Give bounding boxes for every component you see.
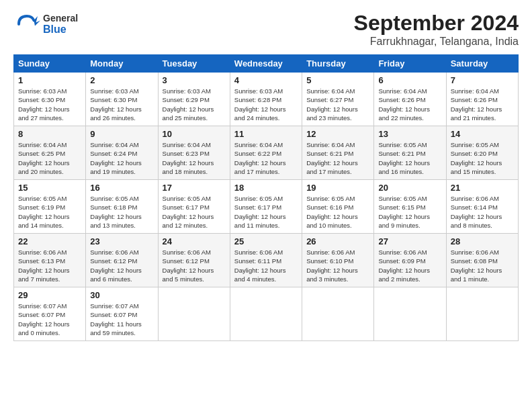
table-row: 28 Sunrise: 6:06 AM Sunset: 6:08 PM Dayl… xyxy=(446,234,518,287)
table-row: 6 Sunrise: 6:04 AM Sunset: 6:26 PM Dayli… xyxy=(374,73,446,126)
day-info: Sunrise: 6:03 AM Sunset: 6:29 PM Dayligh… xyxy=(163,87,226,122)
day-info: Sunrise: 6:06 AM Sunset: 6:08 PM Dayligh… xyxy=(451,248,514,283)
table-row: 15 Sunrise: 6:05 AM Sunset: 6:19 PM Dayl… xyxy=(14,180,86,234)
day-number: 17 xyxy=(163,183,226,193)
calendar-week-2: 15 Sunrise: 6:05 AM Sunset: 6:19 PM Dayl… xyxy=(14,180,519,234)
day-info: Sunrise: 6:07 AM Sunset: 6:07 PM Dayligh… xyxy=(90,302,153,337)
col-friday: Friday xyxy=(374,55,446,73)
table-row: 13 Sunrise: 6:05 AM Sunset: 6:21 PM Dayl… xyxy=(374,126,446,180)
day-number: 8 xyxy=(18,129,81,139)
day-number: 12 xyxy=(306,129,369,139)
day-number: 27 xyxy=(378,236,441,246)
day-info: Sunrise: 6:03 AM Sunset: 6:28 PM Dayligh… xyxy=(234,87,298,122)
day-info: Sunrise: 6:07 AM Sunset: 6:07 PM Dayligh… xyxy=(18,302,81,337)
day-number: 24 xyxy=(163,236,226,246)
day-info: Sunrise: 6:05 AM Sunset: 6:16 PM Dayligh… xyxy=(306,194,369,230)
table-row: 1 Sunrise: 6:03 AM Sunset: 6:30 PM Dayli… xyxy=(14,73,86,126)
table-row xyxy=(230,287,302,341)
header-row: Sunday Monday Tuesday Wednesday Thursday… xyxy=(14,55,519,73)
table-row: 8 Sunrise: 6:04 AM Sunset: 6:25 PM Dayli… xyxy=(14,126,86,180)
table-row: 5 Sunrise: 6:04 AM Sunset: 6:27 PM Dayli… xyxy=(302,73,374,126)
table-row: 26 Sunrise: 6:06 AM Sunset: 6:10 PM Dayl… xyxy=(302,234,374,287)
day-info: Sunrise: 6:05 AM Sunset: 6:19 PM Dayligh… xyxy=(18,194,81,230)
table-row: 19 Sunrise: 6:05 AM Sunset: 6:16 PM Dayl… xyxy=(302,180,374,234)
table-row: 18 Sunrise: 6:05 AM Sunset: 6:17 PM Dayl… xyxy=(230,180,302,234)
table-row: 29 Sunrise: 6:07 AM Sunset: 6:07 PM Dayl… xyxy=(14,287,86,341)
calendar-week-4: 29 Sunrise: 6:07 AM Sunset: 6:07 PM Dayl… xyxy=(14,287,519,341)
day-number: 23 xyxy=(90,236,153,246)
col-sunday: Sunday xyxy=(14,55,86,73)
col-wednesday: Wednesday xyxy=(230,55,302,73)
day-number: 16 xyxy=(90,183,153,193)
day-number: 14 xyxy=(451,129,514,139)
page: General Blue September 2024 Farrukhnagar… xyxy=(0,0,532,348)
table-row: 22 Sunrise: 6:06 AM Sunset: 6:13 PM Dayl… xyxy=(14,234,86,287)
table-row: 9 Sunrise: 6:04 AM Sunset: 6:24 PM Dayli… xyxy=(86,126,158,180)
col-tuesday: Tuesday xyxy=(158,55,230,73)
table-row xyxy=(374,287,446,341)
header: General Blue September 2024 Farrukhnagar… xyxy=(13,11,519,48)
day-number: 19 xyxy=(306,183,369,193)
day-info: Sunrise: 6:05 AM Sunset: 6:15 PM Dayligh… xyxy=(378,194,441,230)
col-monday: Monday xyxy=(86,55,158,73)
logo-icon xyxy=(13,11,40,38)
day-number: 29 xyxy=(18,290,81,300)
table-row: 3 Sunrise: 6:03 AM Sunset: 6:29 PM Dayli… xyxy=(158,73,230,126)
day-number: 3 xyxy=(163,75,226,85)
day-number: 26 xyxy=(306,236,369,246)
table-row: 10 Sunrise: 6:04 AM Sunset: 6:23 PM Dayl… xyxy=(158,126,230,180)
day-info: Sunrise: 6:04 AM Sunset: 6:22 PM Dayligh… xyxy=(234,140,298,176)
day-number: 22 xyxy=(18,236,81,246)
table-row: 4 Sunrise: 6:03 AM Sunset: 6:28 PM Dayli… xyxy=(230,73,302,126)
calendar-table: Sunday Monday Tuesday Wednesday Thursday… xyxy=(13,54,519,341)
table-row: 16 Sunrise: 6:05 AM Sunset: 6:18 PM Dayl… xyxy=(86,180,158,234)
table-row: 2 Sunrise: 6:03 AM Sunset: 6:30 PM Dayli… xyxy=(86,73,158,126)
day-number: 4 xyxy=(234,75,298,85)
day-info: Sunrise: 6:05 AM Sunset: 6:20 PM Dayligh… xyxy=(451,140,514,176)
table-row: 12 Sunrise: 6:04 AM Sunset: 6:21 PM Dayl… xyxy=(302,126,374,180)
day-info: Sunrise: 6:06 AM Sunset: 6:14 PM Dayligh… xyxy=(451,194,514,230)
table-row: 11 Sunrise: 6:04 AM Sunset: 6:22 PM Dayl… xyxy=(230,126,302,180)
day-info: Sunrise: 6:03 AM Sunset: 6:30 PM Dayligh… xyxy=(18,87,81,122)
day-info: Sunrise: 6:04 AM Sunset: 6:23 PM Dayligh… xyxy=(163,140,226,176)
location-title: Farrukhnagar, Telangana, India xyxy=(354,36,519,48)
table-row: 27 Sunrise: 6:06 AM Sunset: 6:09 PM Dayl… xyxy=(374,234,446,287)
table-row xyxy=(302,287,374,341)
day-number: 20 xyxy=(378,183,441,193)
day-info: Sunrise: 6:05 AM Sunset: 6:17 PM Dayligh… xyxy=(163,194,226,230)
day-number: 2 xyxy=(90,75,153,85)
day-number: 6 xyxy=(378,75,441,85)
day-info: Sunrise: 6:04 AM Sunset: 6:26 PM Dayligh… xyxy=(378,87,441,122)
table-row: 23 Sunrise: 6:06 AM Sunset: 6:12 PM Dayl… xyxy=(86,234,158,287)
day-number: 25 xyxy=(234,236,298,246)
day-number: 5 xyxy=(306,75,369,85)
calendar-week-1: 8 Sunrise: 6:04 AM Sunset: 6:25 PM Dayli… xyxy=(14,126,519,180)
day-info: Sunrise: 6:04 AM Sunset: 6:26 PM Dayligh… xyxy=(451,87,514,122)
table-row xyxy=(446,287,518,341)
table-row: 24 Sunrise: 6:06 AM Sunset: 6:12 PM Dayl… xyxy=(158,234,230,287)
day-number: 11 xyxy=(234,129,298,139)
table-row: 21 Sunrise: 6:06 AM Sunset: 6:14 PM Dayl… xyxy=(446,180,518,234)
calendar-week-0: 1 Sunrise: 6:03 AM Sunset: 6:30 PM Dayli… xyxy=(14,73,519,126)
day-info: Sunrise: 6:04 AM Sunset: 6:24 PM Dayligh… xyxy=(90,140,153,176)
day-number: 18 xyxy=(234,183,298,193)
logo-general: General xyxy=(43,13,78,24)
table-row: 25 Sunrise: 6:06 AM Sunset: 6:11 PM Dayl… xyxy=(230,234,302,287)
title-section: September 2024 Farrukhnagar, Telangana, … xyxy=(354,11,519,48)
day-info: Sunrise: 6:06 AM Sunset: 6:12 PM Dayligh… xyxy=(163,248,226,283)
day-info: Sunrise: 6:05 AM Sunset: 6:21 PM Dayligh… xyxy=(378,140,441,176)
table-row xyxy=(158,287,230,341)
table-row: 14 Sunrise: 6:05 AM Sunset: 6:20 PM Dayl… xyxy=(446,126,518,180)
day-info: Sunrise: 6:04 AM Sunset: 6:25 PM Dayligh… xyxy=(18,140,81,176)
col-thursday: Thursday xyxy=(302,55,374,73)
table-row: 7 Sunrise: 6:04 AM Sunset: 6:26 PM Dayli… xyxy=(446,73,518,126)
day-info: Sunrise: 6:06 AM Sunset: 6:11 PM Dayligh… xyxy=(234,248,298,283)
month-title: September 2024 xyxy=(354,11,519,36)
day-info: Sunrise: 6:03 AM Sunset: 6:30 PM Dayligh… xyxy=(90,87,153,122)
logo-blue: Blue xyxy=(43,24,78,36)
day-number: 30 xyxy=(90,290,153,300)
day-info: Sunrise: 6:05 AM Sunset: 6:18 PM Dayligh… xyxy=(90,194,153,230)
col-saturday: Saturday xyxy=(446,55,518,73)
day-info: Sunrise: 6:06 AM Sunset: 6:09 PM Dayligh… xyxy=(378,248,441,283)
day-number: 1 xyxy=(18,75,81,85)
